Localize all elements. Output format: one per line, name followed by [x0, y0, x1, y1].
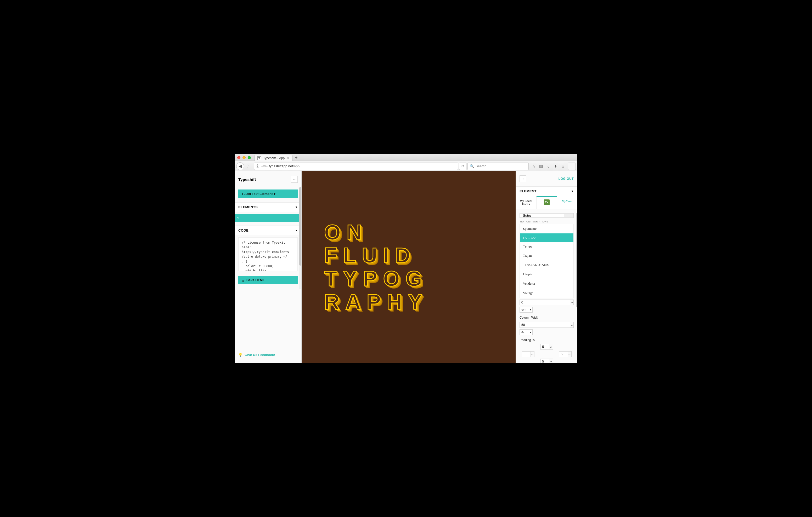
element-list-item[interactable]: ¶: [235, 214, 301, 222]
chevron-down-icon: ⌄: [564, 214, 573, 217]
column-width-label: Column Width: [520, 316, 574, 320]
font-option[interactable]: SUTRO: [520, 234, 573, 242]
element-section-header[interactable]: ELEMENT ▼: [516, 186, 577, 196]
padding-grid: ▴▾ ▴▾ ▴▾ ▴▾: [520, 344, 574, 363]
padding-label: Padding %: [520, 338, 574, 342]
browser-search-input[interactable]: 🔍 Search: [467, 162, 529, 170]
home-icon[interactable]: ⌂: [560, 164, 565, 168]
window-controls: [237, 156, 251, 159]
reload-button[interactable]: ⟳: [459, 162, 466, 170]
close-window-button[interactable]: [237, 156, 240, 159]
back-button[interactable]: ◀: [236, 162, 244, 170]
pocket-icon[interactable]: ⌄: [546, 164, 551, 169]
browser-tab[interactable]: T Typeshift – App ×: [255, 155, 292, 161]
reading-list-icon[interactable]: ▤: [539, 164, 543, 169]
padding-bottom-input[interactable]: [541, 359, 549, 363]
code-heading-label: CODE: [238, 229, 249, 232]
downloads-icon[interactable]: ⬇: [553, 164, 558, 169]
url-path: /app: [293, 164, 299, 168]
element-heading-label: ELEMENT: [520, 189, 536, 193]
canvas-artboard: ON FLUID TYPOG RAPHY: [309, 178, 509, 356]
padding-top-stepper[interactable]: ▴▾: [549, 344, 553, 350]
tab-close-button[interactable]: ×: [287, 156, 290, 160]
browser-toolbar: ◀ 〉 ⓘ www.typeshiftapp.net/app ⟳ 🔍 Searc…: [235, 161, 577, 171]
elements-heading-label: ELEMENTS: [238, 205, 258, 209]
identity-info-icon[interactable]: ⓘ: [256, 164, 259, 169]
no-variations-label: NO FONT VARIATIONS: [520, 220, 573, 223]
numeric-unit-select[interactable]: rem▾: [520, 307, 532, 313]
save-html-button[interactable]: ⭳ Save HTML: [238, 276, 298, 284]
tab-local-fonts[interactable]: My Local Fonts: [516, 196, 536, 209]
column-width-stepper[interactable]: ▴▾: [570, 322, 574, 328]
chevron-down-icon: ▼: [295, 206, 298, 209]
search-placeholder: Search: [475, 164, 486, 168]
titlebar: T Typeshift – App × +: [235, 154, 577, 161]
lightbulb-icon: 💡: [238, 353, 242, 357]
padding-top-input[interactable]: [541, 344, 549, 350]
feedback-link[interactable]: 💡 Give Us Feedback!: [235, 349, 301, 360]
right-scrollbar[interactable]: [576, 213, 577, 317]
column-width-unit-select[interactable]: %▾: [520, 329, 532, 335]
font-option[interactable]: TRAJAN-SANS: [520, 260, 573, 270]
feedback-label: Give Us Feedback!: [244, 353, 275, 357]
url-prefix: www.: [261, 164, 269, 168]
new-tab-button[interactable]: +: [295, 155, 297, 160]
font-option[interactable]: Spumante: [520, 224, 573, 234]
font-option[interactable]: Trajan: [520, 251, 573, 260]
search-icon: 🔍: [470, 164, 474, 168]
elements-section-header[interactable]: ELEMENTS ▼: [235, 202, 301, 212]
left-collapse-button[interactable]: ←: [291, 176, 298, 183]
zoom-window-button[interactable]: [248, 156, 251, 159]
tab-favicon: T: [257, 156, 261, 160]
browser-window: T Typeshift – App × + ◀ 〉 ⓘ www.typeshif…: [235, 154, 577, 363]
code-preview[interactable]: /* License from Typekit here: https://ty…: [238, 237, 298, 271]
app-brand: Typeshift: [238, 177, 256, 182]
canvas[interactable]: ON FLUID TYPOG RAPHY: [301, 171, 516, 363]
font-option[interactable]: Tenso: [520, 242, 573, 251]
url-bar[interactable]: ⓘ www.typeshiftapp.net/app: [254, 162, 458, 170]
url-domain: typeshiftapp.net: [269, 164, 293, 168]
font-family-select[interactable]: Sutro ⌄: [520, 213, 574, 218]
text-element[interactable]: ON FLUID TYPOG RAPHY: [309, 221, 444, 313]
app-root: Typeshift ← + Add Text Element ▾ ELEMENT…: [235, 171, 577, 363]
menu-button[interactable]: ☰: [568, 162, 576, 170]
logout-link[interactable]: LOG OUT: [558, 177, 574, 181]
numeric-unit-value: rem: [521, 308, 526, 311]
chevron-down-icon: ▼: [571, 190, 574, 193]
bookmark-star-icon[interactable]: ☆: [531, 164, 536, 169]
download-icon: ⭳: [241, 278, 245, 282]
numeric-stepper[interactable]: ▴▾: [570, 300, 574, 305]
save-html-label: Save HTML: [246, 278, 265, 282]
padding-left-stepper[interactable]: ▴▾: [531, 351, 534, 357]
add-text-element-button[interactable]: + Add Text Element ▾: [238, 189, 298, 198]
chevron-down-icon: ▾: [530, 331, 531, 334]
element-marker: ¶: [237, 217, 239, 219]
tab-typekit[interactable]: Tk: [536, 196, 557, 209]
column-width-input[interactable]: [520, 322, 570, 328]
right-panel: → LOG OUT ELEMENT ▼ My Local Fonts Tk My…: [516, 171, 577, 363]
typekit-icon: Tk: [544, 200, 550, 205]
tab-title: Typeshift – App: [263, 156, 285, 160]
font-dropdown-list: SpumanteSUTROTensoTrajanTRAJAN-SANSUtopi…: [520, 224, 574, 298]
code-section-header[interactable]: CODE ▼: [235, 225, 301, 235]
tab-myfonts[interactable]: MyFonts: [557, 196, 577, 209]
padding-right-input[interactable]: [559, 351, 568, 357]
padding-left-input[interactable]: [522, 351, 531, 357]
column-width-unit-value: %: [521, 330, 524, 334]
font-option[interactable]: Vendetta: [520, 279, 573, 288]
myfonts-icon: MyFonts: [562, 200, 573, 203]
right-collapse-button[interactable]: →: [520, 175, 526, 182]
toolbar-icons: ☆ ▤ ⌄ ⬇ ⌂: [530, 164, 567, 169]
minimize-window-button[interactable]: [242, 156, 245, 159]
left-scrollbar[interactable]: [299, 187, 301, 289]
forward-button[interactable]: 〉: [245, 162, 253, 170]
font-source-tabs: My Local Fonts Tk MyFonts: [516, 196, 577, 209]
padding-bottom-stepper[interactable]: ▴▾: [549, 359, 553, 363]
numeric-value-input[interactable]: [520, 300, 570, 305]
font-option[interactable]: Voltage: [520, 288, 573, 298]
padding-right-stepper[interactable]: ▴▾: [568, 351, 572, 357]
font-option[interactable]: Utopia: [520, 270, 573, 279]
font-family-value: Sutro: [520, 214, 564, 217]
chevron-down-icon: ▼: [295, 229, 298, 232]
chevron-down-icon: ▾: [530, 308, 531, 311]
